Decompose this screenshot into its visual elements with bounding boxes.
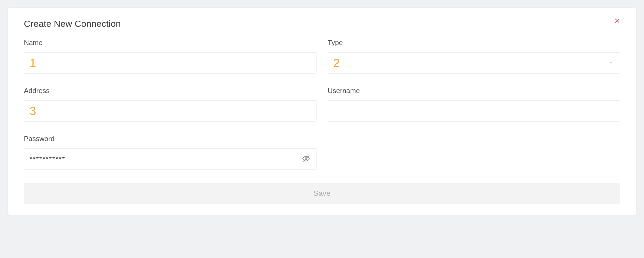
- password-field: Password: [24, 135, 316, 170]
- name-field: Name: [24, 39, 316, 74]
- form-grid: Name Type Address Username Password: [24, 39, 620, 170]
- type-select-wrap: [328, 52, 620, 74]
- close-icon: [614, 17, 620, 25]
- type-select[interactable]: [328, 52, 620, 74]
- modal-title: Create New Connection: [24, 19, 121, 29]
- password-input-wrap: [24, 148, 316, 170]
- username-input[interactable]: [328, 100, 620, 122]
- name-input[interactable]: [24, 52, 316, 74]
- type-field: Type: [328, 39, 620, 74]
- type-label: Type: [328, 39, 620, 47]
- address-label: Address: [24, 87, 316, 95]
- name-label: Name: [24, 39, 316, 47]
- address-field: Address: [24, 87, 316, 122]
- address-input[interactable]: [24, 100, 316, 122]
- username-label: Username: [328, 87, 620, 95]
- create-connection-modal: Create New Connection Name Type: [8, 8, 636, 215]
- save-button[interactable]: Save: [24, 183, 620, 204]
- password-input[interactable]: [24, 148, 316, 170]
- username-field: Username: [328, 87, 620, 122]
- password-label: Password: [24, 135, 316, 143]
- close-button[interactable]: [614, 17, 620, 25]
- toggle-password-visibility-button[interactable]: [301, 154, 311, 165]
- modal-header: Create New Connection: [24, 19, 620, 29]
- eye-off-icon: [302, 155, 310, 164]
